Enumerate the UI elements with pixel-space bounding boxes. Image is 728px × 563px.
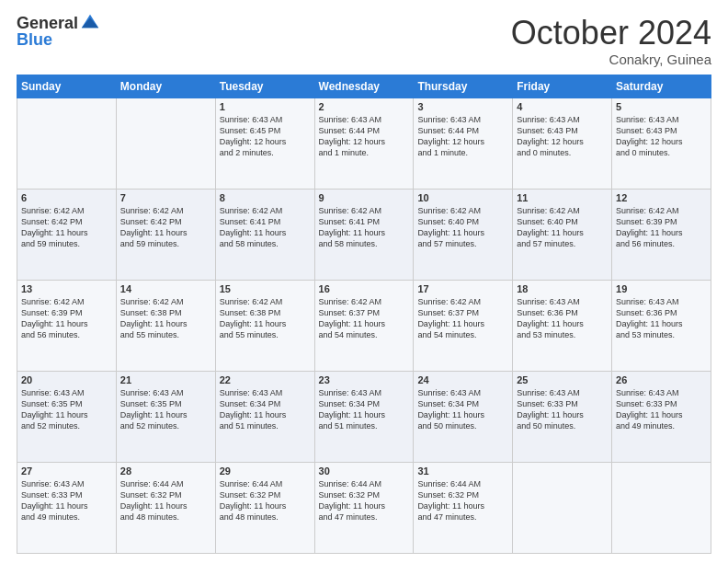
month-title: October 2024: [511, 15, 711, 52]
svg-marker-1: [82, 17, 98, 28]
day-info: Sunrise: 6:42 AM Sunset: 6:38 PM Dayligh…: [120, 296, 211, 341]
day-info: Sunrise: 6:42 AM Sunset: 6:41 PM Dayligh…: [220, 205, 311, 250]
day-number: 23: [319, 374, 410, 385]
day-number: 8: [220, 192, 311, 203]
day-info: Sunrise: 6:43 AM Sunset: 6:44 PM Dayligh…: [417, 114, 508, 159]
calendar-cell: [116, 98, 215, 189]
calendar-cell: 30Sunrise: 6:44 AM Sunset: 6:32 PM Dayli…: [314, 462, 414, 553]
day-number: 12: [616, 192, 707, 203]
calendar-cell: 8Sunrise: 6:42 AM Sunset: 6:41 PM Daylig…: [215, 189, 314, 280]
day-number: 30: [319, 465, 410, 477]
day-info: Sunrise: 6:43 AM Sunset: 6:34 PM Dayligh…: [417, 387, 508, 432]
calendar-cell: 1Sunrise: 6:43 AM Sunset: 6:45 PM Daylig…: [215, 98, 314, 189]
calendar-cell: [513, 462, 612, 553]
calendar-cell: 16Sunrise: 6:42 AM Sunset: 6:37 PM Dayli…: [314, 280, 414, 371]
day-info: Sunrise: 6:43 AM Sunset: 6:36 PM Dayligh…: [517, 296, 608, 341]
calendar-cell: 7Sunrise: 6:42 AM Sunset: 6:42 PM Daylig…: [116, 189, 215, 280]
calendar-cell: 13Sunrise: 6:42 AM Sunset: 6:39 PM Dayli…: [17, 280, 117, 371]
day-info: Sunrise: 6:42 AM Sunset: 6:37 PM Dayligh…: [319, 296, 410, 341]
calendar-cell: 3Sunrise: 6:43 AM Sunset: 6:44 PM Daylig…: [414, 98, 513, 189]
day-info: Sunrise: 6:42 AM Sunset: 6:38 PM Dayligh…: [220, 296, 311, 341]
day-number: 18: [517, 283, 608, 294]
calendar-header: SundayMondayTuesdayWednesdayThursdayFrid…: [17, 75, 711, 98]
day-info: Sunrise: 6:44 AM Sunset: 6:32 PM Dayligh…: [319, 478, 410, 523]
day-info: Sunrise: 6:43 AM Sunset: 6:33 PM Dayligh…: [616, 387, 707, 432]
day-number: 20: [21, 374, 112, 385]
day-info: Sunrise: 6:43 AM Sunset: 6:44 PM Dayligh…: [319, 114, 410, 159]
day-number: 6: [21, 192, 112, 203]
calendar-week-2: 6Sunrise: 6:42 AM Sunset: 6:42 PM Daylig…: [17, 189, 711, 280]
calendar-cell: 24Sunrise: 6:43 AM Sunset: 6:34 PM Dayli…: [414, 371, 513, 462]
day-number: 21: [120, 374, 211, 385]
calendar-cell: 21Sunrise: 6:43 AM Sunset: 6:35 PM Dayli…: [116, 371, 215, 462]
day-info: Sunrise: 6:43 AM Sunset: 6:36 PM Dayligh…: [616, 296, 707, 341]
calendar-cell: 31Sunrise: 6:44 AM Sunset: 6:32 PM Dayli…: [414, 462, 513, 553]
day-info: Sunrise: 6:42 AM Sunset: 6:40 PM Dayligh…: [517, 205, 608, 250]
day-number: 15: [220, 283, 311, 294]
calendar-week-1: 1Sunrise: 6:43 AM Sunset: 6:45 PM Daylig…: [17, 98, 711, 189]
day-info: Sunrise: 6:44 AM Sunset: 6:32 PM Dayligh…: [120, 478, 211, 523]
calendar-cell: 19Sunrise: 6:43 AM Sunset: 6:36 PM Dayli…: [612, 280, 711, 371]
calendar-cell: 10Sunrise: 6:42 AM Sunset: 6:40 PM Dayli…: [414, 189, 513, 280]
logo-text: General Blue: [17, 15, 78, 48]
day-info: Sunrise: 6:43 AM Sunset: 6:45 PM Dayligh…: [220, 114, 311, 159]
calendar-cell: 2Sunrise: 6:43 AM Sunset: 6:44 PM Daylig…: [314, 98, 414, 189]
calendar-body: 1Sunrise: 6:43 AM Sunset: 6:45 PM Daylig…: [17, 98, 711, 553]
day-number: 28: [120, 465, 211, 477]
calendar-cell: 11Sunrise: 6:42 AM Sunset: 6:40 PM Dayli…: [513, 189, 612, 280]
weekday-header-tuesday: Tuesday: [215, 75, 314, 98]
day-info: Sunrise: 6:42 AM Sunset: 6:37 PM Dayligh…: [417, 296, 508, 341]
day-number: 3: [417, 101, 508, 112]
day-number: 26: [616, 374, 707, 385]
day-info: Sunrise: 6:42 AM Sunset: 6:39 PM Dayligh…: [616, 205, 707, 250]
logo-area: General Blue: [17, 15, 100, 48]
calendar-cell: 22Sunrise: 6:43 AM Sunset: 6:34 PM Dayli…: [215, 371, 314, 462]
day-info: Sunrise: 6:43 AM Sunset: 6:43 PM Dayligh…: [616, 114, 707, 159]
day-info: Sunrise: 6:42 AM Sunset: 6:42 PM Dayligh…: [120, 205, 211, 250]
calendar-cell: 6Sunrise: 6:42 AM Sunset: 6:42 PM Daylig…: [17, 189, 117, 280]
logo-general: General: [17, 15, 78, 31]
calendar-cell: 20Sunrise: 6:43 AM Sunset: 6:35 PM Dayli…: [17, 371, 117, 462]
day-number: 22: [220, 374, 311, 385]
day-info: Sunrise: 6:43 AM Sunset: 6:43 PM Dayligh…: [517, 114, 608, 159]
day-number: 25: [517, 374, 608, 385]
day-info: Sunrise: 6:43 AM Sunset: 6:33 PM Dayligh…: [517, 387, 608, 432]
day-number: 29: [220, 465, 311, 477]
calendar-cell: [17, 98, 117, 189]
logo-blue: Blue: [17, 31, 78, 48]
day-number: 31: [417, 465, 508, 477]
header: General Blue October 2024 Conakry, Guine…: [17, 15, 711, 67]
day-number: 27: [21, 465, 112, 477]
calendar-cell: 5Sunrise: 6:43 AM Sunset: 6:43 PM Daylig…: [612, 98, 711, 189]
day-number: 24: [417, 374, 508, 385]
calendar-week-3: 13Sunrise: 6:42 AM Sunset: 6:39 PM Dayli…: [17, 280, 711, 371]
calendar-cell: 27Sunrise: 6:43 AM Sunset: 6:33 PM Dayli…: [17, 462, 117, 553]
calendar-cell: 25Sunrise: 6:43 AM Sunset: 6:33 PM Dayli…: [513, 371, 612, 462]
weekday-header-thursday: Thursday: [414, 75, 513, 98]
calendar-week-4: 20Sunrise: 6:43 AM Sunset: 6:35 PM Dayli…: [17, 371, 711, 462]
logo-icon: [80, 11, 100, 31]
weekday-header-monday: Monday: [116, 75, 215, 98]
weekday-header-row: SundayMondayTuesdayWednesdayThursdayFrid…: [17, 75, 711, 98]
calendar-cell: 18Sunrise: 6:43 AM Sunset: 6:36 PM Dayli…: [513, 280, 612, 371]
day-info: Sunrise: 6:42 AM Sunset: 6:39 PM Dayligh…: [21, 296, 112, 341]
day-number: 13: [21, 283, 112, 294]
calendar-cell: 15Sunrise: 6:42 AM Sunset: 6:38 PM Dayli…: [215, 280, 314, 371]
day-number: 14: [120, 283, 211, 294]
day-info: Sunrise: 6:42 AM Sunset: 6:40 PM Dayligh…: [417, 205, 508, 250]
location-title: Conakry, Guinea: [511, 52, 711, 67]
day-number: 2: [319, 101, 410, 112]
calendar-cell: [612, 462, 711, 553]
weekday-header-sunday: Sunday: [17, 75, 117, 98]
day-number: 16: [319, 283, 410, 294]
calendar-cell: 29Sunrise: 6:44 AM Sunset: 6:32 PM Dayli…: [215, 462, 314, 553]
day-info: Sunrise: 6:43 AM Sunset: 6:34 PM Dayligh…: [319, 387, 410, 432]
day-number: 19: [616, 283, 707, 294]
calendar-cell: 23Sunrise: 6:43 AM Sunset: 6:34 PM Dayli…: [314, 371, 414, 462]
day-info: Sunrise: 6:44 AM Sunset: 6:32 PM Dayligh…: [417, 478, 508, 523]
day-info: Sunrise: 6:43 AM Sunset: 6:35 PM Dayligh…: [120, 387, 211, 432]
day-info: Sunrise: 6:44 AM Sunset: 6:32 PM Dayligh…: [220, 478, 311, 523]
day-info: Sunrise: 6:43 AM Sunset: 6:33 PM Dayligh…: [21, 478, 112, 523]
day-number: 9: [319, 192, 410, 203]
day-number: 10: [417, 192, 508, 203]
